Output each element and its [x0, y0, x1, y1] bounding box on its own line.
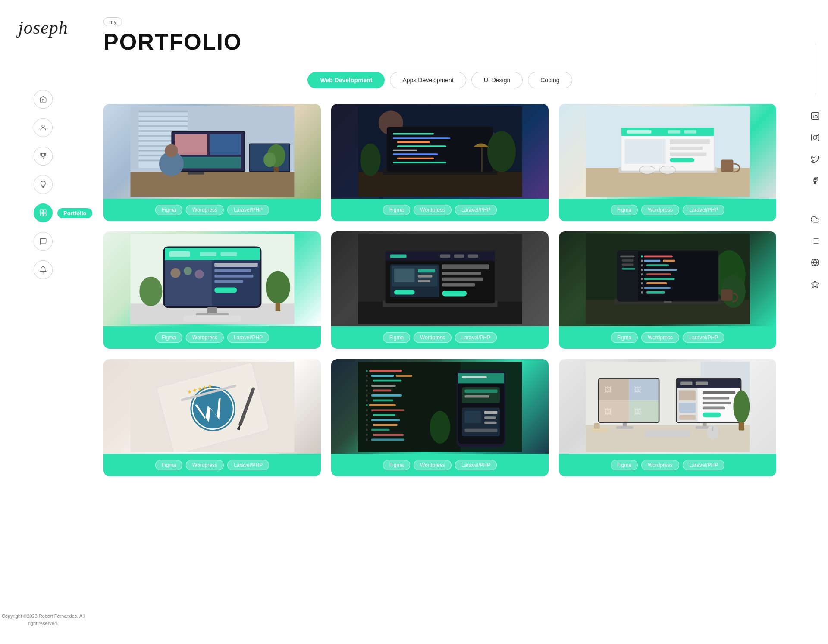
svg-rect-71 [668, 130, 680, 134]
svg-rect-135 [618, 251, 638, 300]
svg-rect-22 [138, 120, 188, 122]
portfolio-card-8[interactable]: Figma Wordpress Laravel/PHP [331, 359, 549, 476]
svg-rect-153 [641, 282, 643, 284]
svg-rect-183 [371, 394, 401, 397]
svg-rect-96 [214, 275, 253, 278]
svg-rect-180 [366, 389, 367, 391]
svg-text:🖼: 🖼 [604, 407, 612, 416]
svg-rect-131 [721, 289, 732, 301]
svg-text:🖼: 🖼 [604, 386, 612, 394]
tag-laravel-9: Laravel/PHP [683, 460, 724, 470]
svg-rect-57 [393, 149, 417, 151]
portfolio-card-9[interactable]: 🖼 🖼 🖼 🖼 [559, 359, 776, 476]
sidebar-item-bell[interactable] [34, 260, 53, 279]
portfolio-card-4[interactable]: Figma Wordpress Laravel/PHP [104, 231, 321, 349]
tag-laravel-2: Laravel/PHP [455, 205, 497, 215]
facebook-icon[interactable] [810, 176, 820, 185]
svg-rect-201 [371, 438, 404, 441]
globe-icon[interactable] [810, 258, 820, 267]
svg-rect-33 [188, 172, 204, 175]
card-footer-1: Figma Wordpress Laravel/PHP [104, 199, 321, 221]
sidebar-item-bulb[interactable] [34, 175, 53, 194]
sidebar-item-trophy[interactable] [34, 147, 53, 166]
svg-rect-184 [366, 399, 367, 401]
svg-rect-247 [703, 412, 721, 417]
tab-apps-development[interactable]: Apps Development [390, 72, 466, 88]
svg-rect-193 [371, 419, 400, 421]
svg-rect-149 [641, 273, 643, 275]
svg-rect-87 [169, 251, 190, 256]
svg-rect-225 [599, 400, 628, 422]
svg-point-104 [139, 276, 162, 306]
sidebar-item-home[interactable] [34, 90, 53, 109]
sidebar-item-profile[interactable] [34, 118, 53, 137]
svg-rect-188 [366, 409, 367, 411]
tab-web-development[interactable]: Web Development [307, 72, 385, 88]
nav-icons: Portfolio [34, 90, 53, 279]
card-footer-6: Figma Wordpress Laravel/PHP [559, 326, 776, 349]
svg-rect-174 [371, 375, 393, 377]
svg-rect-214 [464, 428, 497, 432]
svg-marker-17 [812, 281, 819, 288]
svg-rect-213 [484, 421, 497, 424]
svg-rect-189 [371, 409, 404, 411]
svg-rect-139 [622, 267, 635, 269]
svg-rect-175 [395, 375, 412, 377]
tag-figma-8: Figma [383, 460, 410, 470]
portfolio-card-2[interactable]: Figma Wordpress Laravel/PHP [331, 104, 549, 221]
tag-figma-3: Figma [611, 205, 638, 215]
svg-rect-207 [464, 389, 497, 393]
tag-laravel-4: Laravel/PHP [227, 332, 269, 343]
sidebar-item-portfolio[interactable]: Portfolio [34, 203, 53, 222]
svg-rect-121 [394, 290, 415, 294]
tag-wordpress-1: Wordpress [186, 205, 224, 215]
svg-rect-250 [712, 426, 713, 431]
portfolio-card-1[interactable]: Figma Wordpress Laravel/PHP [104, 104, 321, 221]
linkedin-icon[interactable] [810, 111, 820, 121]
page-subtitle: my [104, 17, 122, 26]
svg-rect-70 [627, 130, 651, 134]
svg-rect-212 [484, 416, 496, 419]
tag-wordpress-8: Wordpress [414, 460, 452, 470]
sidebar-item-chat[interactable] [34, 232, 53, 251]
tag-figma-2: Figma [383, 205, 410, 215]
svg-rect-101 [183, 315, 241, 322]
card-footer-4: Figma Wordpress Laravel/PHP [104, 326, 321, 349]
portfolio-card-3[interactable]: Figma Wordpress Laravel/PHP [559, 104, 776, 221]
card-image-4 [104, 231, 321, 326]
svg-rect-172 [369, 370, 402, 372]
svg-rect-242 [679, 415, 696, 419]
svg-point-102 [265, 271, 290, 303]
svg-rect-77 [670, 158, 694, 162]
svg-rect-74 [670, 139, 710, 144]
svg-rect-156 [644, 287, 671, 289]
tag-laravel-7: Laravel/PHP [227, 460, 269, 470]
svg-rect-185 [373, 399, 393, 401]
svg-rect-220 [616, 426, 633, 429]
portfolio-card-5[interactable]: Figma Wordpress Laravel/PHP [331, 231, 549, 349]
portfolio-card-7[interactable]: ★★★★★ Figma Wordpress Laravel/PHP [104, 359, 321, 476]
svg-point-8 [817, 135, 818, 136]
tab-ui-design[interactable]: UI Design [471, 72, 523, 88]
svg-rect-237 [696, 381, 708, 385]
svg-rect-150 [646, 273, 671, 275]
svg-rect-151 [641, 278, 643, 280]
tag-figma-5: Figma [383, 332, 410, 343]
star-icon[interactable] [810, 279, 820, 289]
card-image-1 [104, 104, 321, 199]
svg-rect-73 [624, 139, 665, 164]
svg-rect-241 [679, 403, 696, 413]
svg-rect-38 [175, 156, 241, 168]
svg-point-42 [165, 144, 178, 157]
card-image-7: ★★★★★ [104, 359, 321, 454]
portfolio-card-6[interactable]: Figma Wordpress Laravel/PHP [559, 231, 776, 349]
instagram-icon[interactable] [810, 133, 820, 142]
svg-rect-126 [442, 291, 467, 296]
cloud-icon[interactable] [810, 215, 820, 224]
svg-rect-113 [454, 254, 464, 258]
list-icon[interactable] [810, 236, 820, 246]
tab-coding[interactable]: Coding [528, 72, 572, 88]
tag-figma-7: Figma [155, 460, 182, 470]
twitter-icon[interactable] [810, 154, 820, 164]
svg-rect-173 [366, 375, 367, 377]
